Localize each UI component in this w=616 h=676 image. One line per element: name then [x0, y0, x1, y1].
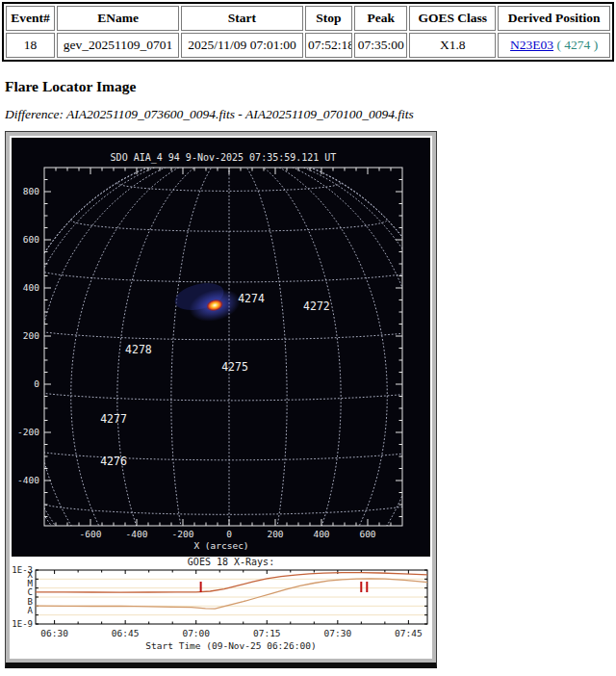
svg-text:600: 600 — [23, 234, 39, 245]
col-start: Start — [181, 6, 303, 31]
svg-text:Start Time (09-Nov-25 06:26:00: Start Time (09-Nov-25 06:26:00) — [145, 640, 316, 651]
col-stop: Stop — [305, 6, 352, 31]
stop-cell: 07:52:18 — [305, 33, 352, 58]
svg-text:600: 600 — [359, 529, 375, 539]
active-region-label-4272: 4272 — [303, 299, 330, 313]
sdo-aia-solar-image[interactable]: SDO AIA_4 94 9-Nov-2025 07:35:59.121 UT-… — [12, 138, 430, 557]
active-region-label-4277: 4277 — [100, 412, 127, 426]
active-region-label-4276: 4276 — [100, 455, 127, 468]
svg-text:06:45: 06:45 — [112, 628, 140, 638]
flare-locator-image-frame[interactable]: SDO AIA_4 94 9-Nov-2025 07:35:59.121 UT-… — [5, 131, 437, 668]
svg-text:GOES 18 X-Rays:: GOES 18 X-Rays: — [188, 557, 274, 567]
solar-grid-plot: SDO AIA_4 94 9-Nov-2025 07:35:59.121 UT-… — [12, 138, 430, 557]
svg-text:400: 400 — [313, 529, 329, 539]
svg-text:-400: -400 — [17, 475, 39, 485]
flare-marker-II — [366, 582, 368, 592]
start-cell: 2025/11/09 07:01:00 — [181, 33, 303, 58]
goes-series-long-channel — [36, 573, 427, 593]
goes-series-short-channel — [36, 579, 427, 609]
position-region-number: ( 4274 ) — [556, 38, 598, 52]
svg-text:-200: -200 — [172, 529, 194, 539]
col-peak: Peak — [354, 6, 407, 31]
svg-text:-200: -200 — [17, 427, 39, 437]
svg-text:-600: -600 — [80, 529, 102, 539]
svg-text:06:30: 06:30 — [40, 628, 68, 638]
svg-text:SDO AIA_4 94 9-Nov-2025 07:35: SDO AIA_4 94 9-Nov-2025 07:35:59.121 UT — [111, 152, 337, 164]
event-table: Event# EName Start Stop Peak GOES Class … — [2, 2, 614, 62]
derived-position-cell: N23E03 ( 4274 ) — [498, 33, 610, 58]
ename-cell: gev_20251109_0701 — [57, 33, 179, 58]
svg-text:200: 200 — [23, 330, 39, 341]
svg-text:07:30: 07:30 — [324, 628, 352, 638]
svg-text:400: 400 — [23, 282, 39, 293]
flare-marker-I — [200, 582, 202, 592]
peak-cell: 07:35:00 — [354, 33, 407, 58]
col-event-no: Event# — [6, 6, 55, 31]
svg-text:1E-9: 1E-9 — [12, 619, 33, 629]
svg-text:A: A — [28, 606, 34, 615]
goes-xray-lightcurve: GOES 18 X-Rays:1E-3XMCBA1E-906:3006:4507… — [12, 557, 430, 657]
col-goes-class: GOES Class — [409, 6, 496, 31]
event-table-row: 18 gev_20251109_0701 2025/11/09 07:01:00… — [6, 33, 610, 58]
goes-class-cell: X1.8 — [409, 33, 496, 58]
active-region-label-4274: 4274 — [238, 292, 265, 305]
goes-xray-plot: GOES 18 X-Rays:1E-3XMCBA1E-906:3006:4507… — [12, 557, 430, 657]
difference-caption: Difference: AIA20251109_073600_0094.fits… — [5, 107, 616, 122]
svg-text:0: 0 — [34, 378, 39, 389]
active-region-label-4278: 4278 — [125, 343, 152, 356]
active-region-label-4275: 4275 — [221, 360, 248, 374]
col-derived-position: Derived Position — [498, 6, 610, 31]
svg-text:200: 200 — [267, 529, 283, 539]
event-table-header-row: Event# EName Start Stop Peak GOES Class … — [6, 6, 610, 31]
svg-text:0: 0 — [226, 529, 232, 539]
svg-text:X (arcsec): X (arcsec) — [193, 540, 248, 551]
col-ename: EName — [57, 6, 179, 31]
svg-text:07:15: 07:15 — [253, 628, 281, 638]
svg-text:800: 800 — [23, 186, 39, 196]
svg-text:07:45: 07:45 — [395, 628, 423, 638]
svg-text:-400: -400 — [126, 529, 148, 539]
page-title: Flare Locator Image — [5, 78, 616, 95]
svg-text:07:00: 07:00 — [182, 628, 210, 638]
flare-marker-II — [360, 582, 362, 592]
position-link[interactable]: N23E03 — [510, 38, 553, 52]
event-no-cell: 18 — [6, 33, 55, 58]
